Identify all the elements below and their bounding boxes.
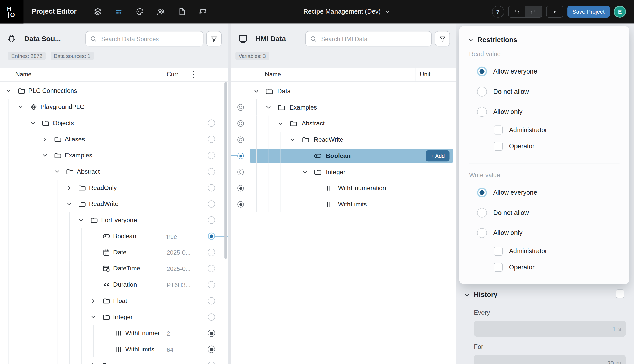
file-icon[interactable]	[178, 7, 187, 16]
binding-radio[interactable]	[208, 362, 215, 364]
tree-row[interactable]: WithEnumer2	[0, 325, 228, 341]
checkbox-option[interactable]: Administrator	[469, 243, 620, 259]
chevron-down-icon[interactable]	[90, 314, 96, 320]
binding-radio[interactable]	[208, 346, 215, 353]
restrictions-section-header[interactable]: Restrictions	[468, 36, 517, 44]
radio-option[interactable]: Allow only	[469, 102, 620, 122]
tree-row[interactable]	[0, 357, 228, 364]
radio-button[interactable]	[477, 87, 487, 97]
users-icon[interactable]	[157, 7, 165, 16]
tree-row[interactable]: Abstract	[231, 116, 456, 132]
checkbox-option[interactable]: Operator	[469, 259, 620, 276]
tree-row[interactable]: Examples	[231, 99, 456, 116]
hmi-data-search[interactable]	[305, 31, 432, 47]
tree-row[interactable]: PlaygroundPLC	[0, 99, 228, 115]
data-sources-filter-button[interactable]	[206, 31, 222, 47]
tree-row[interactable]: Float	[0, 293, 228, 309]
binding-radio[interactable]	[208, 313, 215, 321]
tree-row[interactable]: Boolean+ Add	[231, 148, 456, 164]
binding-radio[interactable]	[208, 200, 215, 208]
radio-option[interactable]: Allow everyone	[469, 183, 620, 203]
chevron-down-icon[interactable]	[302, 169, 308, 175]
radio-button[interactable]	[477, 188, 487, 197]
radio-option[interactable]: Do not allow	[469, 82, 620, 102]
tree-row[interactable]: Data	[231, 83, 456, 99]
chevron-down-icon[interactable]	[42, 152, 48, 159]
binding-radio[interactable]	[208, 120, 215, 127]
radio-button[interactable]	[477, 107, 487, 117]
binding-radio[interactable]	[208, 168, 215, 175]
data-sources-search[interactable]	[85, 31, 203, 47]
redo-button[interactable]	[525, 6, 542, 18]
chevron-down-icon[interactable]	[5, 88, 12, 94]
tree-row[interactable]: Integer	[231, 164, 456, 180]
radio-button[interactable]	[477, 67, 487, 76]
tree-row[interactable]: Abstract	[0, 163, 228, 180]
chevron-right-icon[interactable]	[90, 298, 96, 304]
chevron-right-icon[interactable]	[42, 136, 48, 142]
tree-row[interactable]: WithEnumeration	[231, 180, 456, 196]
tree-row[interactable]: DateTime2025-0...	[0, 261, 228, 277]
tree-row[interactable]: ReadWrite	[0, 196, 228, 212]
chevron-down-icon[interactable]	[277, 120, 284, 127]
tree-row[interactable]: PLC Connections	[0, 83, 228, 99]
project-selector[interactable]: Recipe Management (Dev)	[303, 0, 390, 23]
binding-radio[interactable]	[208, 265, 215, 272]
tree-row[interactable]: Booleantrue	[0, 228, 228, 244]
binding-radio[interactable]	[208, 136, 215, 143]
tree-row[interactable]: ForEveryone	[0, 212, 228, 228]
history-section-header[interactable]: History	[464, 291, 497, 299]
run-button[interactable]	[546, 6, 563, 18]
palette-icon[interactable]	[136, 7, 144, 16]
binding-radio[interactable]	[208, 297, 215, 305]
history-enabled-checkbox[interactable]	[616, 289, 624, 298]
chevron-down-icon[interactable]	[78, 217, 84, 223]
binding-radio[interactable]	[208, 184, 215, 191]
chevron-down-icon[interactable]	[253, 88, 259, 94]
binding-indicator[interactable]	[237, 136, 244, 143]
user-avatar[interactable]: E	[614, 6, 626, 18]
vertical-scrollbar[interactable]	[224, 82, 227, 259]
helio-logo[interactable]: H≡ |O	[0, 0, 23, 23]
chevron-right-icon[interactable]	[90, 362, 96, 364]
components-icon[interactable]	[115, 7, 124, 16]
help-button[interactable]: ?	[492, 6, 504, 18]
save-project-button[interactable]: Save Project	[567, 6, 610, 18]
role-checkbox[interactable]	[494, 263, 503, 272]
binding-radio[interactable]	[208, 216, 215, 224]
binding-indicator[interactable]	[237, 153, 244, 159]
data-sources-search-input[interactable]	[100, 35, 199, 43]
tree-row[interactable]: Integer	[0, 309, 228, 325]
radio-option[interactable]: Allow everyone	[469, 61, 620, 82]
history-field-input[interactable]: 1s	[474, 321, 626, 337]
binding-indicator[interactable]	[237, 104, 244, 111]
undo-button[interactable]	[508, 6, 525, 18]
binding-radio[interactable]	[208, 249, 215, 256]
chevron-down-icon[interactable]	[290, 136, 296, 143]
hmi-data-search-input[interactable]	[320, 35, 427, 43]
chevron-down-icon[interactable]	[54, 168, 60, 175]
history-field-input[interactable]: 30m	[474, 355, 626, 364]
column-menu-button[interactable]	[188, 69, 198, 80]
tree-row[interactable]: WithLimits64	[0, 341, 228, 357]
binding-indicator[interactable]	[237, 201, 244, 207]
checkbox-option[interactable]: Administrator	[469, 122, 620, 138]
tree-row[interactable]: ReadOnly	[0, 180, 228, 196]
chevron-down-icon[interactable]	[265, 104, 272, 111]
hmi-data-filter-button[interactable]	[435, 31, 450, 47]
tree-row[interactable]: WithLimits	[231, 196, 456, 212]
radio-button[interactable]	[477, 208, 487, 217]
tree-row[interactable]: DurationPT6H3...	[0, 277, 228, 293]
checkbox-option[interactable]: Operator	[469, 138, 620, 154]
role-checkbox[interactable]	[494, 142, 503, 151]
tree-row[interactable]: Examples	[0, 147, 228, 163]
tree-row[interactable]: ReadWrite	[231, 132, 456, 148]
layers-icon[interactable]	[94, 7, 103, 16]
radio-option[interactable]: Allow only	[469, 223, 620, 243]
chevron-down-icon[interactable]	[29, 120, 36, 126]
binding-indicator[interactable]	[237, 120, 244, 127]
role-checkbox[interactable]	[494, 125, 503, 134]
binding-indicator[interactable]	[237, 185, 244, 191]
binding-radio[interactable]	[208, 281, 215, 288]
tree-row[interactable]: Objects	[0, 115, 228, 131]
